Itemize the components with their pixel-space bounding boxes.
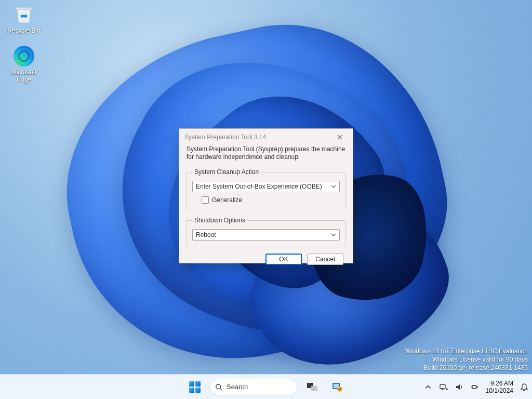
shutdown-options-group: Shutdown Options Reboot (187, 217, 345, 246)
tray-overflow-button[interactable] (423, 382, 433, 392)
windows-logo-icon (189, 381, 201, 393)
shutdown-options-value: Reboot (196, 231, 216, 238)
generalize-label[interactable]: Generalize (212, 196, 242, 204)
dialog-title: System Preparation Tool 3.14 (184, 134, 266, 141)
sysprep-dialog: System Preparation Tool 3.14 System Prep… (179, 128, 353, 263)
power-plug-icon (470, 382, 480, 392)
bell-icon (520, 382, 529, 392)
watermark-line: Windows 11 IoT Enterprise LTSC Evaluatio… (405, 347, 528, 355)
watermark-line: Windows License valid for 90 days (405, 355, 528, 364)
sysprep-icon (331, 381, 343, 393)
dialog-description: System Preparation Tool (Sysprep) prepar… (187, 145, 345, 161)
svg-rect-7 (441, 390, 444, 390)
svg-rect-8 (472, 385, 476, 389)
desktop-icon-label: Microsoft Edge (4, 69, 44, 83)
tray-network-button[interactable] (439, 382, 448, 392)
task-view-button[interactable] (302, 377, 323, 397)
watermark-line: Build 26100.ge_release.240331-1435 (405, 364, 528, 372)
desktop-icon-edge[interactable]: Microsoft Edge (4, 45, 44, 83)
tray-volume-button[interactable] (455, 382, 464, 392)
cleanup-action-combobox[interactable]: Enter System Out-of-Box Experience (OOBE… (192, 181, 340, 192)
generalize-checkbox[interactable] (202, 196, 209, 204)
tray-power-button[interactable] (470, 382, 480, 392)
notification-center-button[interactable] (520, 382, 529, 392)
desktop-icon-label: Recycle Bin (4, 27, 44, 34)
taskbar: Search (0, 374, 532, 399)
chevron-down-icon (330, 183, 337, 190)
taskbar-date: 10/1/2024 (486, 387, 513, 394)
shutdown-options-label: Shutdown Options (192, 217, 247, 224)
search-icon (215, 383, 222, 391)
desktop-icon-recycle-bin[interactable]: Recycle Bin (4, 3, 44, 34)
taskbar-app-sysprep[interactable] (327, 377, 348, 397)
chevron-down-icon (330, 231, 337, 238)
svg-rect-5 (440, 384, 445, 389)
ok-button-label: OK (279, 256, 288, 263)
ok-button[interactable]: OK (265, 254, 302, 265)
desktop: Recycle Bin Microsoft Edge Windows 11 Io… (0, 0, 532, 399)
close-button[interactable] (332, 131, 348, 143)
cleanup-action-label: System Cleanup Action (192, 168, 261, 176)
system-tray: 9:26 AM 10/1/2024 (423, 375, 529, 399)
cancel-button-label: Cancel (315, 256, 335, 263)
close-icon (337, 135, 342, 140)
cleanup-action-value: Enter System Out-of-Box Experience (OOBE… (196, 183, 322, 190)
cleanup-action-group: System Cleanup Action Enter System Out-o… (187, 168, 345, 209)
svg-rect-6 (442, 389, 443, 390)
task-view-icon (307, 383, 317, 391)
cancel-button[interactable]: Cancel (307, 254, 343, 265)
speaker-icon (455, 382, 464, 392)
taskbar-clock[interactable]: 9:26 AM 10/1/2024 (486, 380, 513, 394)
taskbar-time: 9:26 AM (486, 380, 513, 387)
taskbar-search-label: Search (227, 383, 248, 391)
shutdown-options-combobox[interactable]: Reboot (192, 229, 340, 241)
recycle-bin-icon (12, 3, 35, 26)
svg-line-1 (220, 388, 222, 390)
dialog-titlebar[interactable]: System Preparation Tool 3.14 (179, 129, 353, 145)
start-button[interactable] (184, 377, 205, 397)
svg-point-0 (216, 384, 221, 389)
chevron-up-icon (425, 384, 431, 390)
edge-icon (12, 45, 35, 68)
activation-watermark: Windows 11 IoT Enterprise LTSC Evaluatio… (405, 347, 528, 372)
network-icon (439, 382, 448, 392)
taskbar-search[interactable]: Search (209, 379, 298, 395)
